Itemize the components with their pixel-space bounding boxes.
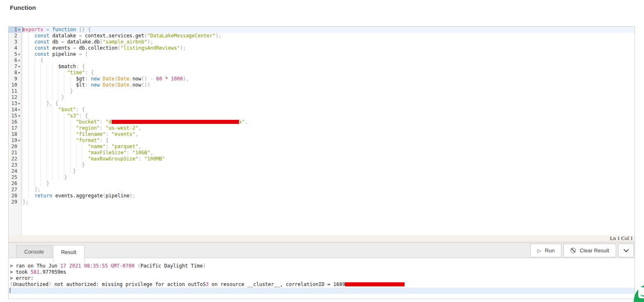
results-tabs: Console Result — [16, 245, 85, 258]
code-line[interactable]: 18 "filename": "events", — [9, 131, 635, 137]
results-toolbar: Console Result ▷ Run Clear Result — [8, 243, 635, 258]
console-cursor-line[interactable] — [9, 288, 635, 294]
line-number: 11 — [9, 88, 21, 94]
fold-arrow-icon: ▾ — [17, 137, 21, 144]
clear-result-label: Clear Result — [580, 247, 609, 254]
code-line[interactable]: 10 $lt: new Date(Date.now()) — [9, 82, 635, 88]
fold-arrow-icon: ▾ — [17, 57, 21, 64]
code-line[interactable]: 3 const db = datalake.db("sample_airbnb"… — [9, 39, 635, 45]
text-cursor — [10, 288, 10, 293]
line-number: 16 — [9, 119, 21, 125]
line-number: 24 — [9, 168, 21, 174]
line-number: 23 — [9, 162, 21, 168]
code-line[interactable]: 22 "maxRowGroupSize": "100MB" — [9, 156, 635, 162]
redaction-bar — [345, 282, 405, 286]
play-icon: ▷ — [537, 248, 541, 253]
line-number[interactable]: 7▾ — [9, 64, 21, 70]
fold-arrow-icon: ▾ — [17, 70, 21, 76]
fold-arrow-icon: ▾ — [17, 101, 21, 107]
line-number[interactable]: 6▾ — [9, 57, 21, 64]
console-lines-container: > ran on Thu Jun 17 2021 08:35:55 GMT-07… — [10, 263, 635, 288]
line-number[interactable]: 8▾ — [9, 70, 21, 76]
code-line[interactable]: 6▾ { — [9, 57, 635, 64]
chevron-down-icon — [623, 247, 629, 252]
line-number[interactable]: 13▾ — [9, 101, 21, 107]
line-number: 26 — [9, 181, 21, 187]
line-number[interactable]: 19▾ — [9, 137, 21, 144]
code-line[interactable]: 19▾ "format": { — [9, 137, 635, 144]
fold-arrow-icon: ▾ — [17, 107, 21, 113]
chat-bubble-button[interactable] — [634, 284, 644, 302]
code-line[interactable]: 2 const datalake = context.services.get(… — [9, 33, 635, 39]
tab-console[interactable]: Console — [16, 245, 52, 258]
code-line[interactable]: 14▾ "$out": { — [9, 107, 635, 113]
line-number[interactable]: 1▾ — [9, 27, 21, 33]
code-line[interactable]: 11 } — [9, 88, 635, 94]
console-line[interactable]: > error: — [10, 275, 635, 281]
chat-bubble-icon — [638, 287, 644, 298]
code-line[interactable]: 12 } — [9, 94, 635, 101]
code-lines-container: 1▾exports = function () {2 const datalak… — [9, 27, 635, 205]
code-line[interactable]: 1▾exports = function () { — [9, 27, 635, 33]
line-number: 4 — [9, 45, 21, 51]
page-title: Function — [0, 0, 644, 11]
code-line[interactable]: 26 } — [9, 181, 635, 187]
tab-result-label: Result — [61, 249, 76, 255]
tab-console-label: Console — [24, 249, 44, 255]
console-line[interactable]: > took 581.977059ms — [10, 269, 635, 275]
code-line[interactable]: 13▾ }, { — [9, 101, 635, 107]
fold-arrow-icon: ▾ — [17, 113, 21, 119]
tab-result[interactable]: Result — [53, 245, 85, 262]
code-line[interactable]: 7▾ $match: { — [9, 64, 635, 70]
code-line[interactable]: 28 return events.aggregate(pipeline); — [9, 193, 635, 199]
line-number[interactable]: 5▾ — [9, 51, 21, 57]
line-number: 27 — [9, 187, 21, 193]
code-line[interactable]: 21 "maxFileSize": "10GB", — [9, 150, 635, 156]
line-number: 18 — [9, 131, 21, 137]
console-output[interactable]: > ran on Thu Jun 17 2021 08:35:55 GMT-07… — [8, 258, 635, 299]
clear-result-button[interactable]: Clear Result — [564, 244, 616, 257]
cursor-position-label: Ln 1 Col 1 — [610, 235, 633, 241]
code-line[interactable]: 16 "bucket": "dx", — [9, 119, 635, 125]
line-number[interactable]: 15▾ — [9, 113, 21, 119]
fold-arrow-icon: ▾ — [17, 64, 21, 70]
line-number: 29 — [9, 199, 21, 205]
code-line[interactable]: 23 } — [9, 162, 635, 168]
redaction-bar — [112, 120, 239, 124]
fold-arrow-icon: ▾ — [17, 27, 21, 33]
code-editor[interactable]: 1▾exports = function () {2 const datalak… — [8, 26, 635, 235]
code-line[interactable]: 29}; — [9, 199, 635, 205]
line-number: 2 — [9, 33, 21, 39]
code-line[interactable]: 15▾ "s3": { — [9, 113, 635, 119]
code-line[interactable]: 8▾ "time": { — [9, 70, 635, 76]
editor-status-bar: Ln 1 Col 1 — [8, 235, 635, 243]
console-line[interactable]: > ran on Thu Jun 17 2021 08:35:55 GMT-07… — [10, 263, 635, 269]
function-editor-panel: 1▾exports = function () {2 const datalak… — [8, 26, 635, 299]
line-number: 3 — [9, 39, 21, 45]
console-line[interactable]: (Unauthorized) not authorized: missing p… — [10, 281, 635, 288]
code-line[interactable]: 25 } — [9, 174, 635, 181]
code-line[interactable]: 17 "region": "us-west-2", — [9, 125, 635, 131]
line-number: 17 — [9, 125, 21, 131]
no-entry-icon — [570, 248, 576, 253]
line-number: 28 — [9, 193, 21, 199]
run-button-label: Run — [545, 247, 555, 254]
line-number: 9 — [9, 76, 21, 82]
toolbar-actions: ▷ Run Clear Result — [530, 244, 634, 257]
code-line[interactable]: 5▾ const pipeline = [ — [9, 51, 635, 57]
line-number: 21 — [9, 150, 21, 156]
line-number: 20 — [9, 144, 21, 150]
code-line[interactable]: 9 $gt: new Date(Date.now() - 60 * 1000), — [9, 76, 635, 82]
code-line[interactable]: 20 "name": "parquet", — [9, 144, 635, 150]
code-line[interactable]: 27 ]; — [9, 187, 635, 193]
code-line[interactable]: 4 const events = db.collection("listings… — [9, 45, 635, 51]
run-button[interactable]: ▷ Run — [530, 244, 561, 257]
line-number: 25 — [9, 174, 21, 181]
line-number: 22 — [9, 156, 21, 162]
line-number[interactable]: 14▾ — [9, 107, 21, 113]
line-number: 12 — [9, 94, 21, 101]
fold-arrow-icon: ▾ — [17, 51, 21, 57]
line-number: 10 — [9, 82, 21, 88]
expand-button[interactable] — [618, 244, 634, 257]
code-line[interactable]: 24 } — [9, 168, 635, 174]
